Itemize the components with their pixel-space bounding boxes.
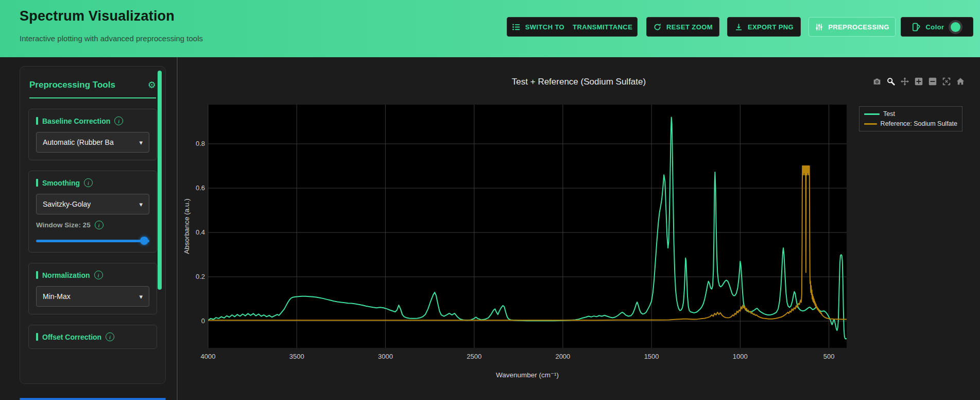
- download-icon: [734, 23, 743, 31]
- smoothing-method-select[interactable]: Savitzky-Golay: [36, 194, 149, 214]
- info-icon[interactable]: [94, 271, 103, 279]
- legend-line-swatch: [864, 123, 877, 125]
- x-tick-label: 1000: [727, 353, 753, 360]
- color-mode-button[interactable]: Color: [901, 17, 973, 37]
- gear-icon[interactable]: [148, 80, 156, 90]
- home-icon[interactable]: [956, 77, 965, 86]
- section-offset-correction: Offset Correction: [28, 325, 157, 349]
- section-accent-bar: [36, 179, 38, 187]
- legend-label: Test: [883, 110, 895, 118]
- x-tick-label: 500: [816, 353, 842, 360]
- zoom-icon[interactable]: [886, 77, 896, 86]
- section-accent-bar: [36, 271, 38, 279]
- legend-item-test[interactable]: Test: [864, 110, 957, 118]
- sidebar-scrollbar-thumb[interactable]: [158, 71, 162, 290]
- page-title: Spectrum Visualization: [20, 8, 175, 24]
- refresh-icon: [653, 23, 662, 31]
- app-header: Spectrum Visualization Interactive plott…: [0, 0, 980, 57]
- chevron-down-icon: [139, 201, 143, 208]
- zoom-in-icon[interactable]: [914, 77, 923, 86]
- preprocessing-label: PREPROCESSING: [828, 23, 889, 31]
- section-baseline-correction: Baseline Correction Automatic (Rubber Ba: [28, 109, 157, 160]
- normalization-method-value: Min-Max: [43, 292, 71, 301]
- x-tick-label: 3500: [284, 353, 310, 360]
- y-tick-label: 0.8: [174, 140, 205, 147]
- reset-zoom-label: RESET ZOOM: [666, 23, 713, 31]
- slider-thumb[interactable]: [140, 237, 148, 245]
- autoscale-icon[interactable]: [942, 77, 951, 86]
- x-tick-label: 2500: [461, 353, 487, 360]
- camera-icon[interactable]: [872, 77, 882, 86]
- plot-legend: Test Reference: Sodium Sulfate: [859, 106, 962, 131]
- normalization-label: Normalization: [42, 271, 90, 279]
- baseline-method-value: Automatic (Rubber Ba: [43, 138, 114, 146]
- color-toggle-knob: [951, 22, 960, 32]
- y-tick-label: 0.6: [174, 184, 205, 192]
- page-subtitle: Interactive plotting with advanced prepr…: [20, 34, 203, 43]
- export-png-button[interactable]: EXPORT PNG: [727, 17, 801, 37]
- palette-icon: [912, 22, 921, 32]
- offset-correction-label: Offset Correction: [42, 333, 101, 341]
- chevron-down-icon: [139, 139, 143, 146]
- section-accent-bar: [36, 333, 38, 341]
- section-smoothing: Smoothing Savitzky-Golay Window Size: 25: [28, 171, 157, 253]
- legend-label: Reference: Sodium Sulfate: [881, 120, 957, 127]
- x-tick-label: 3000: [372, 353, 398, 360]
- info-icon[interactable]: [95, 221, 104, 229]
- reset-zoom-button[interactable]: RESET ZOOM: [646, 17, 719, 37]
- chevron-down-icon: [139, 293, 143, 301]
- x-tick-label: 2000: [550, 353, 576, 360]
- color-mode-label: Color: [926, 23, 944, 31]
- slider-track: [36, 240, 149, 242]
- section-normalization: Normalization Min-Max: [28, 263, 157, 314]
- x-axis-title: Wavenumber (cm⁻¹): [208, 371, 847, 379]
- list-icon: [512, 23, 521, 31]
- baseline-correction-label: Baseline Correction: [42, 117, 110, 125]
- section-accent-bar: [36, 117, 38, 125]
- info-icon[interactable]: [106, 332, 114, 341]
- plot-modebar: [872, 77, 965, 86]
- panel-title: Preprocessing Tools: [29, 80, 115, 90]
- smoothing-method-value: Savitzky-Golay: [43, 200, 91, 208]
- export-png-label: EXPORT PNG: [748, 23, 794, 31]
- x-tick-label: 4000: [195, 353, 221, 360]
- window-size-label: Window Size: 25: [36, 221, 91, 229]
- color-toggle[interactable]: [949, 20, 962, 34]
- normalization-method-select[interactable]: Min-Max: [36, 286, 149, 307]
- x-tick-label: 1500: [639, 353, 664, 360]
- bottom-blue-bar: [20, 398, 166, 400]
- chart-title: Test + Reference (Sodium Sulfate): [178, 77, 980, 87]
- switch-button-mode: TRANSMITTANCE: [573, 23, 632, 31]
- y-tick-label: 0: [174, 317, 205, 325]
- baseline-method-select[interactable]: Automatic (Rubber Ba: [36, 132, 149, 153]
- y-axis-title: Absorbance (a.u.): [183, 198, 191, 254]
- panel-title-row: Preprocessing Tools: [29, 80, 156, 98]
- window-size-slider[interactable]: [36, 237, 149, 245]
- pan-icon[interactable]: [900, 77, 909, 86]
- plot-drag-area[interactable]: [208, 105, 847, 348]
- preprocessing-panel: Preprocessing Tools Baseline Correction …: [20, 66, 166, 384]
- preprocessing-button[interactable]: PREPROCESSING: [809, 17, 896, 37]
- switch-to-transmittance-button[interactable]: SWITCH TOTRANSMITTANCE: [507, 17, 638, 37]
- sliders-icon: [815, 23, 823, 31]
- zoom-out-icon[interactable]: [928, 77, 937, 86]
- info-icon[interactable]: [114, 116, 123, 125]
- app-root: Spectrum Visualization Interactive plott…: [0, 0, 980, 400]
- smoothing-label: Smoothing: [42, 179, 80, 187]
- info-icon[interactable]: [84, 178, 93, 187]
- y-tick-label: 0.2: [174, 273, 205, 280]
- legend-item-reference[interactable]: Reference: Sodium Sulfate: [864, 120, 957, 127]
- switch-button-prefix: SWITCH TO: [525, 23, 564, 31]
- legend-line-swatch: [864, 113, 880, 115]
